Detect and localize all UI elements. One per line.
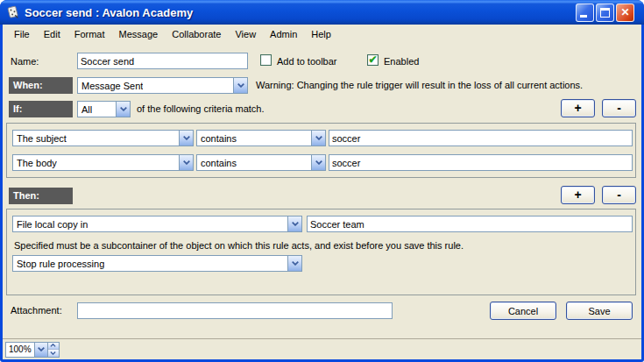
action-type-dropdown[interactable]: File local copy in <box>12 216 302 232</box>
when-trigger-dropdown[interactable]: Message Sent <box>77 77 248 94</box>
criterion-operator-dropdown[interactable]: contains <box>196 130 326 146</box>
zoom-value: 100% <box>6 343 34 357</box>
rule-editor-window: Soccer send : Avalon Academy ✕ File Edit… <box>0 0 644 362</box>
then-add-action-button[interactable]: + <box>561 186 595 204</box>
menu-file[interactable]: File <box>7 26 37 42</box>
attachment-label: Attachment: <box>11 305 62 316</box>
if-remove-criterion-button[interactable]: - <box>602 99 636 117</box>
menu-bar: File Edit Format Message Collaborate Vie… <box>3 25 641 44</box>
spinner-down-button[interactable] <box>48 349 59 357</box>
then-section-label: Then: <box>9 188 73 204</box>
minimize-button[interactable] <box>576 4 594 22</box>
action-note-text: Specified must be a subcontainer of the … <box>14 240 464 251</box>
zoom-spinner <box>47 343 59 357</box>
if-section-label: If: <box>9 101 73 117</box>
if-match-dropdown[interactable]: All <box>77 101 131 117</box>
titlebar: Soccer send : Avalon Academy ✕ <box>0 0 644 25</box>
window-icon <box>6 5 20 19</box>
name-label: Name: <box>11 56 39 67</box>
maximize-icon <box>600 8 610 18</box>
chevron-down-icon <box>116 102 130 117</box>
criterion-value-input[interactable] <box>329 130 633 146</box>
enabled-label: Enabled <box>384 56 419 67</box>
add-to-toolbar-checkbox[interactable] <box>260 54 272 66</box>
chevron-down-icon <box>311 155 325 170</box>
menu-view[interactable]: View <box>228 26 263 42</box>
maximize-button[interactable] <box>596 4 614 22</box>
zoom-control: 100% <box>5 342 60 358</box>
if-add-criterion-button[interactable]: + <box>561 99 595 117</box>
criterion-value-input[interactable] <box>329 154 633 171</box>
criterion-field-dropdown[interactable]: The subject <box>12 130 194 146</box>
chevron-down-icon <box>311 131 325 146</box>
when-section-label: When: <box>9 77 73 94</box>
menu-help[interactable]: Help <box>304 26 338 42</box>
chevron-down-icon <box>287 256 301 271</box>
criterion-field-dropdown[interactable]: The body <box>12 154 194 171</box>
add-to-toolbar-label: Add to toolbar <box>277 56 337 67</box>
criterion-operator-dropdown[interactable]: contains <box>196 154 326 171</box>
enabled-checkbox[interactable]: ✔ <box>367 54 379 66</box>
chevron-down-icon <box>38 347 45 351</box>
menu-admin[interactable]: Admin <box>263 26 304 42</box>
window-title: Soccer send : Avalon Academy <box>25 6 193 19</box>
then-remove-action-button[interactable]: - <box>602 186 636 204</box>
stop-action-dropdown[interactable]: Stop rule processing <box>12 255 302 272</box>
when-warning-text: Warning: Changing the rule trigger will … <box>256 80 583 90</box>
check-icon: ✔ <box>368 55 377 65</box>
menu-edit[interactable]: Edit <box>37 26 67 42</box>
close-icon: ✕ <box>617 4 633 21</box>
cancel-button[interactable]: Cancel <box>490 302 556 320</box>
save-button[interactable]: Save <box>566 302 633 320</box>
menu-collaborate[interactable]: Collaborate <box>165 26 228 42</box>
window-controls: ✕ <box>576 4 634 22</box>
action-target-input[interactable] <box>307 216 633 232</box>
chevron-up-icon <box>50 344 56 347</box>
status-bar: 100% <box>3 338 641 359</box>
name-input[interactable] <box>77 53 248 69</box>
if-suffix-text: of the following criteria match. <box>137 103 265 114</box>
menu-message[interactable]: Message <box>112 26 166 42</box>
menu-format[interactable]: Format <box>67 26 112 42</box>
minimize-icon <box>580 15 587 18</box>
chevron-down-icon <box>179 131 193 146</box>
spinner-up-button[interactable] <box>48 343 59 350</box>
chevron-down-icon <box>179 155 193 170</box>
chevron-down-icon <box>233 78 247 93</box>
chevron-down-icon <box>50 351 56 355</box>
attachment-input[interactable] <box>77 302 393 319</box>
chevron-down-icon <box>287 216 301 231</box>
close-button[interactable]: ✕ <box>616 4 634 22</box>
zoom-dropdown-button[interactable] <box>34 343 47 357</box>
